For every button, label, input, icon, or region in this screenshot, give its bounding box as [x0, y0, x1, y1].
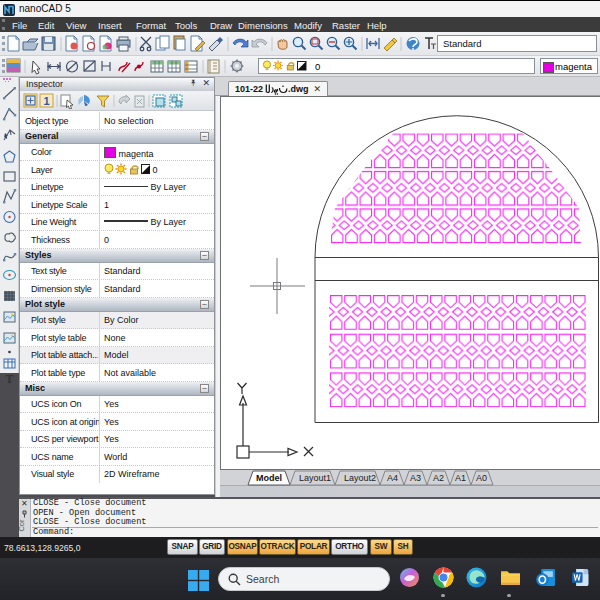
svg-text:A3: A3	[410, 473, 421, 483]
svg-text:T: T	[5, 372, 14, 384]
svg-text:Layout1: Layout1	[299, 473, 331, 483]
svg-text:A1: A1	[455, 473, 466, 483]
svg-text:1: 1	[44, 95, 50, 107]
svg-text:Layout2: Layout2	[344, 473, 376, 483]
svg-text:A4: A4	[387, 473, 398, 483]
svg-text:A2: A2	[433, 473, 444, 483]
svg-text:A0: A0	[476, 473, 487, 483]
svg-text:Model: Model	[256, 473, 282, 483]
